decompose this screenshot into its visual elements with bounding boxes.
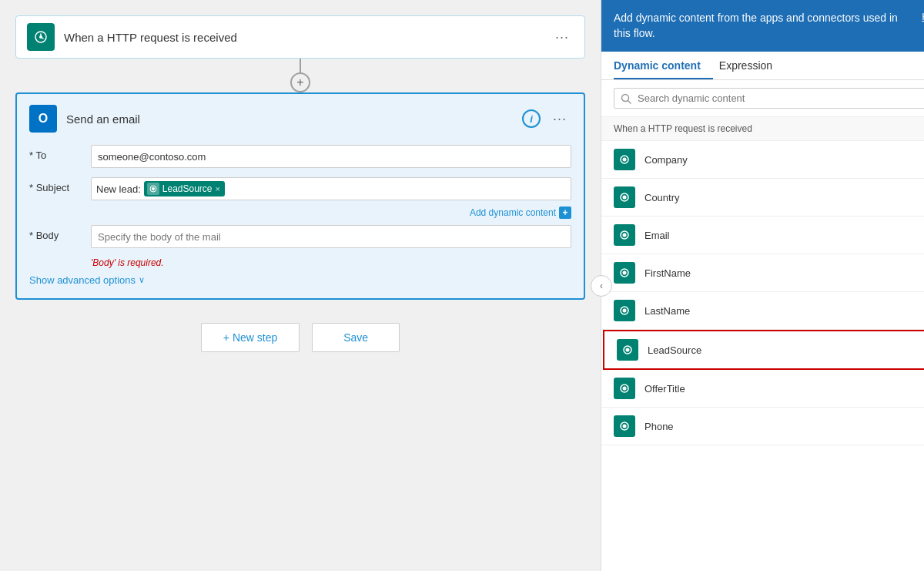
advanced-label: Show advanced options — [29, 274, 136, 286]
item-icon-phone — [614, 415, 635, 437]
item-icon-company — [614, 149, 635, 170]
to-input[interactable] — [91, 145, 571, 168]
svg-point-13 — [623, 271, 627, 275]
svg-point-11 — [623, 233, 627, 237]
panel-header: Add dynamic content from the apps and co… — [601, 0, 924, 52]
dynamic-item-country[interactable]: Country — [601, 179, 924, 217]
show-advanced-options-link[interactable]: Show advanced options ∨ — [29, 274, 571, 286]
item-label-country: Country — [644, 192, 680, 203]
svg-point-17 — [626, 348, 630, 352]
svg-point-15 — [623, 309, 627, 313]
add-step-button[interactable]: + — [290, 72, 310, 92]
section-header: When a HTTP request is received — [601, 117, 924, 141]
item-label-email: Email — [644, 230, 670, 241]
tab-expression[interactable]: Expression — [719, 52, 785, 79]
new-step-button[interactable]: + New step — [201, 323, 300, 352]
item-label-lastname: LastName — [644, 305, 690, 317]
svg-point-9 — [623, 196, 627, 200]
tab-dynamic-content[interactable]: Dynamic content — [614, 52, 713, 79]
body-input[interactable] — [91, 225, 571, 248]
search-icon — [621, 93, 631, 104]
subject-label: * Subject — [29, 177, 91, 193]
search-dynamic-content-input[interactable] — [638, 92, 924, 104]
to-label: * To — [29, 145, 91, 161]
item-icon-email — [614, 224, 635, 246]
subject-row: * Subject New lead: LeadSource × — [29, 177, 571, 200]
body-row: * Body — [29, 225, 571, 248]
svg-point-19 — [623, 387, 627, 391]
token-close-button[interactable]: × — [216, 184, 220, 193]
item-label-phone: Phone — [644, 421, 674, 432]
search-box — [614, 88, 924, 109]
add-dynamic-content-link[interactable]: Add dynamic content + — [470, 207, 571, 219]
item-icon-firstname — [614, 262, 635, 284]
search-container — [601, 80, 924, 117]
body-error: 'Body' is required. — [91, 257, 571, 268]
dynamic-item-company[interactable]: Company — [601, 141, 924, 179]
dynamic-item-email[interactable]: Email — [601, 217, 924, 254]
info-button[interactable]: i — [522, 109, 541, 128]
trigger-title: When a HTTP request is received — [64, 31, 551, 44]
subject-field[interactable]: New lead: LeadSource × — [91, 177, 571, 200]
body-label: * Body — [29, 225, 91, 241]
trigger-block: When a HTTP request is received ··· — [15, 15, 585, 59]
save-button[interactable]: Save — [312, 323, 400, 352]
token-label: LeadSource — [162, 183, 213, 194]
dynamic-content-list: Company Country Email FirstName LastName… — [601, 141, 924, 449]
connector-line-top — [300, 59, 301, 71]
item-label-leadsource: LeadSource — [648, 344, 701, 356]
dynamic-item-offertitle[interactable]: OfferTitle — [601, 370, 924, 408]
token-icon — [147, 183, 159, 195]
dynamic-item-phone[interactable]: Phone — [601, 408, 924, 445]
svg-point-7 — [623, 158, 627, 162]
add-dynamic-label: Add dynamic content — [470, 207, 556, 218]
dynamic-item-lastname[interactable]: LastName — [601, 292, 924, 330]
item-label-offertitle: OfferTitle — [644, 383, 685, 395]
buttons-row: + New step Save — [201, 323, 400, 352]
panel-collapse-button[interactable]: ‹ — [591, 275, 612, 297]
chevron-down-icon: ∨ — [139, 275, 145, 285]
subject-prefix: New lead: — [96, 183, 141, 195]
dynamic-item-leadsource[interactable]: LeadSource — [603, 330, 924, 370]
add-dynamic-icon: + — [559, 207, 571, 219]
svg-point-21 — [623, 425, 627, 428]
advanced-options-row: Show advanced options ∨ — [29, 274, 571, 286]
item-icon-lastname — [614, 300, 635, 321]
dynamic-item-firstname[interactable]: FirstName — [601, 254, 924, 292]
to-row: * To — [29, 145, 571, 168]
svg-point-3 — [152, 187, 155, 190]
item-icon-leadsource — [617, 339, 638, 361]
lead-source-token[interactable]: LeadSource × — [144, 181, 225, 196]
add-dynamic-row: Add dynamic content + — [29, 207, 571, 219]
item-label-firstname: FirstName — [644, 267, 691, 279]
action-header: O Send an email i ··· — [29, 105, 571, 133]
action-title: Send an email — [66, 113, 522, 126]
dynamic-content-panel: ‹ Add dynamic content from the apps and … — [601, 0, 924, 571]
svg-point-1 — [39, 35, 42, 39]
action-ellipsis-button[interactable]: ··· — [548, 108, 571, 130]
trigger-ellipsis-button[interactable]: ··· — [551, 26, 574, 49]
action-block: O Send an email i ··· * To * Subject New… — [15, 92, 585, 300]
item-label-company: Company — [644, 154, 688, 166]
item-icon-offertitle — [614, 378, 635, 399]
svg-line-5 — [628, 100, 631, 103]
item-icon-country — [614, 186, 635, 208]
main-canvas: When a HTTP request is received ··· + O … — [0, 0, 601, 571]
trigger-icon — [27, 23, 55, 51]
outlook-icon: O — [29, 105, 57, 133]
panel-header-text: Add dynamic content from the apps and co… — [614, 11, 912, 41]
connector: + — [300, 59, 301, 92]
panel-tabs: Dynamic content Expression — [601, 52, 924, 80]
